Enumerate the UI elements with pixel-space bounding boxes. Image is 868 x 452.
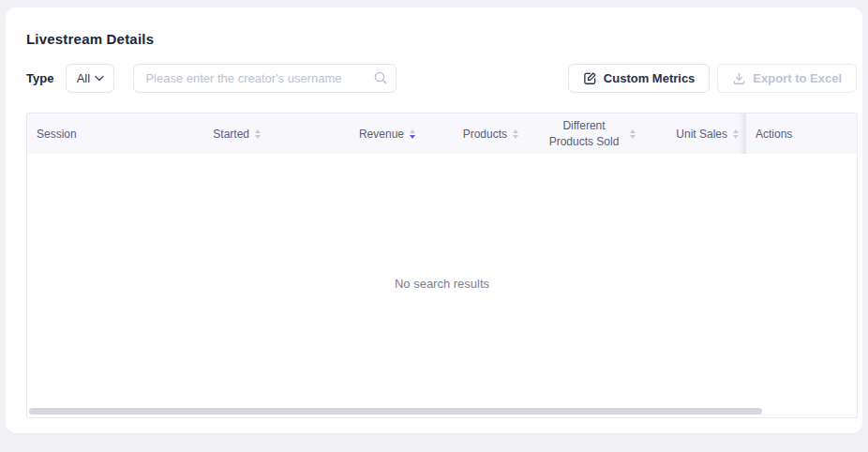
column-header-actions: Actions <box>746 113 857 154</box>
column-label: Session <box>37 128 77 141</box>
creator-search-input[interactable] <box>133 64 397 93</box>
search-icon <box>373 70 388 89</box>
table-header-row: Session Started Revenue Products Differe… <box>27 113 857 154</box>
download-icon <box>732 71 746 85</box>
livestream-details-card: Livestream Details Type All <box>6 8 862 433</box>
type-select[interactable]: All <box>66 64 114 93</box>
column-label: Actions <box>756 128 792 141</box>
column-label: Different Products Sold <box>544 118 624 148</box>
chevron-down-icon <box>95 75 104 82</box>
page-title: Livestream Details <box>26 31 857 47</box>
edit-square-icon <box>583 71 597 85</box>
horizontal-scrollbar-thumb[interactable] <box>29 408 762 414</box>
column-header-products[interactable]: Products <box>423 113 526 154</box>
column-header-started[interactable]: Started <box>160 113 268 154</box>
column-header-revenue[interactable]: Revenue <box>268 113 423 154</box>
column-header-session: Session <box>27 113 160 154</box>
sort-carets-icon <box>255 129 261 139</box>
empty-state: No search results <box>27 154 857 413</box>
toolbar-actions: Custom Metrics Export to Excel <box>568 64 857 93</box>
custom-metrics-label: Custom Metrics <box>604 71 696 85</box>
column-label: Unit Sales <box>676 128 727 141</box>
custom-metrics-button[interactable]: Custom Metrics <box>568 64 711 93</box>
sort-carets-icon <box>410 129 415 139</box>
column-header-unit-sales[interactable]: Unit Sales <box>643 113 746 154</box>
export-to-excel-label: Export to Excel <box>753 71 842 85</box>
sort-carets-icon <box>630 129 636 139</box>
creator-search <box>133 64 397 93</box>
column-label: Started <box>213 128 249 141</box>
column-label: Revenue <box>359 128 404 141</box>
column-label: Products <box>463 128 507 141</box>
livestream-table: Session Started Revenue Products Differe… <box>26 113 858 418</box>
sort-carets-icon <box>513 129 518 139</box>
column-header-different-products-sold[interactable]: Different Products Sold <box>526 113 643 154</box>
export-to-excel-button[interactable]: Export to Excel <box>717 64 857 93</box>
empty-state-message: No search results <box>395 277 489 291</box>
type-filter-label: Type <box>26 71 53 85</box>
filter-toolbar: Type All Custom Metrics <box>26 63 857 93</box>
type-select-value: All <box>77 71 90 85</box>
